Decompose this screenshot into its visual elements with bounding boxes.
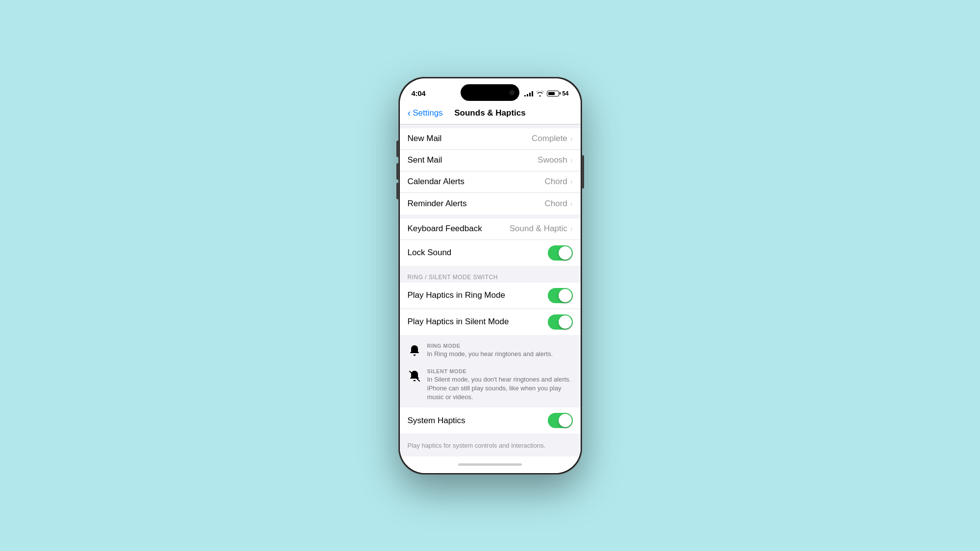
feedback-section: Keyboard Feedback Sound & Haptic › Lock …	[400, 218, 581, 266]
lock-sound-item: Lock Sound	[400, 240, 581, 266]
calendar-alerts-item[interactable]: Calendar Alerts Chord ›	[400, 171, 581, 193]
silent-mode-text-block: SILENT MODE In Silent mode, you don't he…	[427, 368, 573, 402]
sent-mail-item[interactable]: Sent Mail Swoosh ›	[400, 150, 581, 171]
haptics-silent-label: Play Haptics in Silent Mode	[408, 317, 509, 327]
toggle-thumb	[559, 289, 572, 302]
toggle-thumb	[559, 414, 572, 427]
system-haptics-item: System Haptics	[400, 407, 581, 433]
signal-icon	[524, 91, 533, 96]
chevron-icon: ›	[570, 200, 573, 208]
home-indicator	[400, 456, 581, 473]
chevron-icon: ›	[570, 156, 573, 164]
lock-sound-label: Lock Sound	[408, 248, 452, 258]
status-right-icons: 54	[524, 90, 568, 97]
ring-mode-info: RING MODE In Ring mode, you hear rington…	[400, 339, 581, 364]
ring-mode-description: In Ring mode, you hear ringtones and ale…	[427, 350, 573, 359]
chevron-icon: ›	[570, 135, 573, 143]
reminder-alerts-item[interactable]: Reminder Alerts Chord ›	[400, 193, 581, 215]
sent-mail-value: Swoosh ›	[538, 155, 572, 165]
silent-mode-label: SILENT MODE	[427, 368, 573, 374]
phone-frame: 4:04 54	[398, 77, 582, 475]
haptics-ring-item: Play Haptics in Ring Mode	[400, 283, 581, 309]
settings-content: New Mail Complete › Sent Mail Swoosh › C…	[400, 124, 581, 456]
haptics-ring-toggle[interactable]	[548, 288, 573, 303]
navigation-bar: ‹ Settings Sounds & Haptics	[400, 103, 581, 124]
chevron-icon: ›	[570, 225, 573, 233]
new-mail-value: Complete ›	[532, 134, 572, 144]
haptics-silent-toggle[interactable]	[548, 314, 573, 330]
calendar-alerts-label: Calendar Alerts	[408, 177, 465, 187]
back-label: Settings	[413, 108, 442, 118]
system-haptics-label: System Haptics	[408, 416, 466, 426]
toggle-thumb	[559, 246, 572, 260]
back-arrow-icon: ‹	[408, 107, 411, 119]
ring-silent-header: RING / SILENT MODE SWITCH	[400, 270, 581, 283]
new-mail-label: New Mail	[408, 134, 442, 144]
home-bar	[458, 463, 522, 466]
keyboard-feedback-label: Keyboard Feedback	[408, 224, 482, 234]
calendar-alerts-value: Chord ›	[545, 177, 573, 187]
sounds-section: New Mail Complete › Sent Mail Swoosh › C…	[400, 128, 581, 215]
toggle-thumb	[559, 315, 572, 329]
bell-mute-icon	[408, 369, 421, 383]
keyboard-feedback-item[interactable]: Keyboard Feedback Sound & Haptic ›	[400, 218, 581, 240]
system-haptics-section: System Haptics	[400, 407, 581, 433]
battery-icon: 54	[547, 90, 568, 97]
system-haptics-toggle[interactable]	[548, 413, 573, 428]
ring-silent-section: Play Haptics in Ring Mode Play Haptics i…	[400, 283, 581, 335]
keyboard-feedback-value-text: Sound & Haptic	[510, 224, 567, 234]
ring-mode-label: RING MODE	[427, 343, 573, 349]
back-button[interactable]: ‹ Settings	[408, 108, 443, 119]
phone-screen: 4:04 54	[400, 78, 581, 473]
status-time: 4:04	[412, 89, 426, 97]
wifi-icon	[536, 91, 544, 96]
new-mail-item[interactable]: New Mail Complete ›	[400, 128, 581, 150]
keyboard-feedback-value: Sound & Haptic ›	[510, 224, 573, 234]
haptics-silent-item: Play Haptics in Silent Mode	[400, 309, 581, 335]
page-title: Sounds & Haptics	[454, 108, 525, 118]
sent-mail-label: Sent Mail	[408, 155, 442, 165]
reminder-alerts-value: Chord ›	[545, 199, 573, 209]
haptics-ring-label: Play Haptics in Ring Mode	[408, 290, 505, 300]
lock-sound-toggle[interactable]	[548, 245, 573, 261]
system-haptics-footer: Play haptics for system controls and int…	[400, 437, 581, 456]
silent-mode-info: SILENT MODE In Silent mode, you don't he…	[400, 364, 581, 408]
silent-mode-description: In Silent mode, you don't hear ringtones…	[427, 375, 573, 402]
reminder-alerts-label: Reminder Alerts	[408, 199, 467, 209]
ring-mode-text-block: RING MODE In Ring mode, you hear rington…	[427, 343, 573, 359]
camera-dot	[510, 90, 514, 95]
chevron-icon: ›	[570, 178, 573, 186]
dynamic-island	[461, 84, 519, 101]
bell-ring-icon	[408, 344, 421, 358]
